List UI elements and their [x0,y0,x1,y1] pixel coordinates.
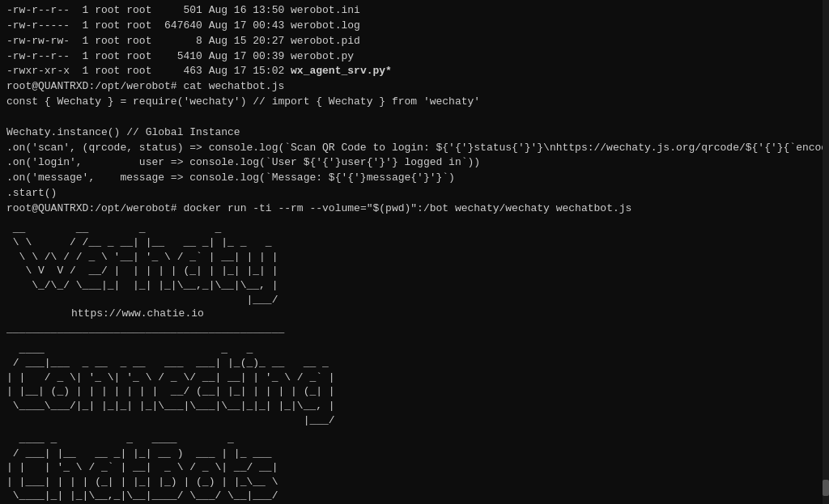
scrollbar-thumb[interactable] [823,480,829,496]
connecting-ascii-art: ____ _ _ / ___|___ _ __ _ __ ___ ___| |_… [6,342,823,427]
connecting-logo: ____ _ _ / ___|___ _ __ _ __ ___ ___| |_… [6,342,823,427]
chatbots-logo: ____ _ _ ____ _ / ___| |__ __ _| |_| __ … [6,432,823,503]
file-line-5: -rwxr-xr-x 1 root root 463 Aug 17 15:02 … [6,64,823,79]
chatbots-ascii-art: ____ _ _ ____ _ / ___| |__ __ _| |_| __ … [6,432,823,503]
code-line-5: .on('message', message => console.log(`M… [6,171,823,186]
code-line-2: Wechaty.instance() // Global Instance [6,125,823,141]
wechaty-ascii-art: __ __ _ _ \ \ / /__ _ __| |__ __ _| |_ _… [6,222,823,337]
code-line-1: const { Wechaty } = require('wechaty') /… [6,95,823,110]
separator-line: ________________________________________… [6,322,823,337]
code-line-3: .on('scan', (qrcode, status) => console.… [6,141,823,156]
terminal-window[interactable]: -rw-r--r-- 1 root root 501 Aug 16 13:50 … [0,0,829,504]
file-line-1: -rw-r--r-- 1 root root 501 Aug 16 13:50 … [6,3,823,19]
code-line-6: .start() [6,186,823,201]
prompt-docker: root@QUANTRXD:/opt/werobot# docker run -… [6,201,823,217]
file-line-2: -rw-r----- 1 root root 647640 Aug 17 00:… [6,19,823,34]
file-line-3: -rw-rw-rw- 1 root root 8 Aug 15 20:27 we… [6,34,823,49]
scrollbar[interactable] [823,0,829,504]
chatie-url: https://www.chatie.io [6,307,823,322]
code-line-blank [6,110,823,125]
code-line-4: .on('login', user => console.log(`User $… [6,155,823,171]
file-line-4: -rw-r--r-- 1 root root 5410 Aug 17 00:39… [6,49,823,65]
wechaty-logo: __ __ _ _ \ \ / /__ _ __| |__ __ _| |_ _… [6,222,823,307]
prompt-cat: root@QUANTRXD:/opt/werobot# cat wechatbo… [6,79,823,95]
